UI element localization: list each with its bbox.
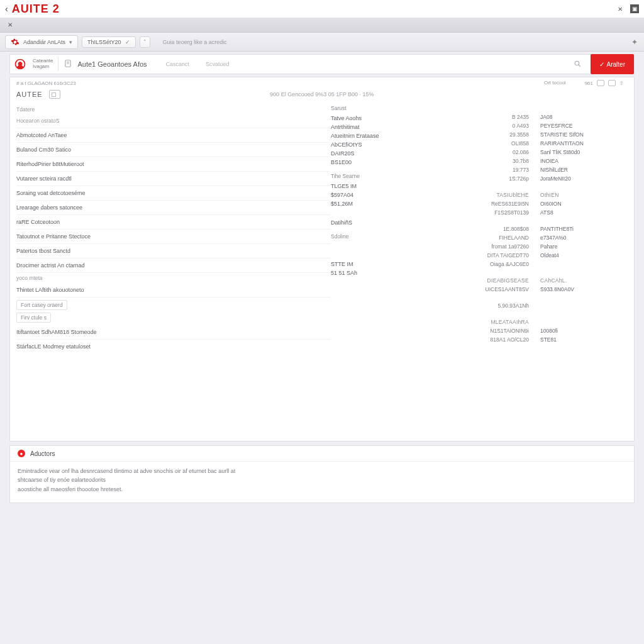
app-brand: AUITE 2 xyxy=(12,3,60,16)
window-titlebar: ‹ AUITE 2 ✕ ▣ xyxy=(0,0,644,18)
notice-title: Aductors xyxy=(30,450,55,457)
summary-value: AbCEfiOtYS xyxy=(331,140,482,149)
metric-key: FIHELAAND xyxy=(482,235,529,241)
field-row[interactable]: Abmotcoted AnTaee xyxy=(16,128,331,143)
header-tab-2[interactable]: Scvatoed xyxy=(206,61,230,67)
summary-column: Sarust Tatve Aoohs Antrthitimat Atueitni… xyxy=(331,105,482,353)
field-row[interactable]: RiterhodPirier b8tMutieroot xyxy=(16,157,331,172)
metric-val: INOIEA xyxy=(540,158,628,164)
metric-key: 818A1 AO/CL20 xyxy=(482,336,529,343)
app-logo[interactable] xyxy=(13,57,28,72)
metric-val: Oldeat4 xyxy=(540,252,628,258)
primary-action-button[interactable]: ✓ Aralter xyxy=(591,54,634,74)
metric-key: 1E.808$08 xyxy=(482,226,529,232)
summary-header: Sdoline xyxy=(331,233,482,242)
metric-val: RARIRANTITAON xyxy=(540,140,628,147)
metric-val: NIShilLdER xyxy=(540,167,628,173)
content-panel: # a t GLAGAON 616r3C23 Ort tocool 961 ⇪ … xyxy=(9,77,635,441)
metrics-column: B 2435JA08 0 A493PEYESFRCE 29.3558STARIS… xyxy=(482,105,628,353)
summary-value: Antrthitimat xyxy=(331,123,482,131)
tab-strip: ✕ xyxy=(0,18,644,33)
summary-value: 51 51 SAh xyxy=(331,269,482,277)
breadcrumb-chip-1-label: Adandiár AnLAts xyxy=(23,39,65,45)
metric-key: 0 A493 xyxy=(482,123,529,129)
star-icon[interactable]: ✦ xyxy=(631,38,638,47)
field-row[interactable]: Lrearage dabers satoncee xyxy=(16,201,331,215)
field-row[interactable]: Vutareer scteira racdtl xyxy=(16,172,331,186)
primary-action-label: Aralter xyxy=(607,61,625,68)
metric-val: PEYESFRCE xyxy=(540,123,628,129)
metric-key: 5.90.93A1Nh xyxy=(482,303,529,309)
breadcrumb-chip-2-label: ThILSSétY20 xyxy=(87,39,121,45)
panel-meta-right-2-label: 961 xyxy=(585,80,593,86)
metric-val: S933.8N0A0V xyxy=(540,286,628,292)
field-row[interactable]: Drocimer actrist An ctarnad xyxy=(16,258,331,273)
metric-key: F1S2S8T0139 xyxy=(482,209,529,216)
summary-value: $597A04 xyxy=(331,191,482,199)
metric-key: 30.7b8 xyxy=(482,158,529,164)
detail-icon[interactable] xyxy=(49,90,60,99)
breadcrumb-ribbon: Adandiár AnLAts ▾ ThILSSétY20 ✓ ˄ Guia t… xyxy=(0,33,644,52)
field-row[interactable]: StárfacLE Modmey etatuloset xyxy=(16,340,331,353)
field-row[interactable]: Patertos tbost Sanctd xyxy=(16,244,331,258)
metric-val: STE81 xyxy=(540,336,628,343)
metric-val: ATS8 xyxy=(540,209,628,216)
field-row[interactable]: Bulanod Cm30 Satico xyxy=(16,143,331,157)
settings-icon xyxy=(11,38,19,47)
metric-key: N1S1TAIONIN9i xyxy=(482,328,529,334)
metric-key: TASIUblEHE xyxy=(482,192,529,198)
summary-value: BS1E00 xyxy=(331,158,482,167)
chevron-down-icon: ▾ xyxy=(69,39,72,45)
metric-key: fromat 1a97260 xyxy=(482,243,529,250)
metric-val: e7347A%0 xyxy=(540,235,628,241)
panel-meta-right-1: Ort tocool xyxy=(544,80,566,86)
metric-key: DITA TAIGEDT70 xyxy=(482,252,529,258)
svg-point-2 xyxy=(575,61,579,65)
breadcrumb-chip-2[interactable]: ThILSSétY20 ✓ xyxy=(82,36,136,48)
breadcrumb-chip-up[interactable]: ˄ xyxy=(140,36,150,48)
breadcrumb-chip-1[interactable]: Adandiár AnLAts ▾ xyxy=(5,35,78,49)
metric-val: STARISTIE SIfON xyxy=(540,131,628,138)
page-title: Aute1 Geoantoes Afos xyxy=(77,60,147,68)
filter-pill[interactable]: Firv ctule s xyxy=(16,313,51,323)
notice-line: shtcaarse of tiy enóe ealarteodorits xyxy=(18,475,626,484)
metric-key: ReES631E9I5N xyxy=(482,201,529,207)
metric-val: JA08 xyxy=(540,114,628,120)
summary-value: Tatve Aoohs xyxy=(331,114,482,123)
notice-panel: ● Aductors Emintradice vear onf lha desn… xyxy=(9,445,635,503)
summary-header: Tihe Searne xyxy=(331,173,482,182)
metric-val: OthIEN xyxy=(540,192,628,198)
field-row[interactable]: Itiftantoet SdhAM818 Stomeode xyxy=(16,325,331,340)
metric-val xyxy=(540,261,628,267)
app-header: Cateante Ivagam Aute1 Geoantoes Afos Cas… xyxy=(9,54,635,74)
alert-icon: ● xyxy=(18,450,25,457)
close-icon[interactable]: ✕ xyxy=(616,5,624,13)
org-block: Cateante Ivagam xyxy=(33,58,53,70)
field-row[interactable]: Thintet LAftith akouotoneto xyxy=(16,283,331,297)
field-row[interactable]: Hocearon osratoS xyxy=(16,114,331,128)
back-icon[interactable]: ‹ xyxy=(5,4,8,14)
header-tab-1[interactable]: Cascanct xyxy=(166,61,190,67)
metric-val xyxy=(540,319,628,325)
field-row-sub: yoco mteta xyxy=(16,273,331,283)
panel-meta-left: # a t GLAGAON 616r3C23 xyxy=(16,80,322,86)
layout-icon[interactable] xyxy=(597,80,604,86)
metric-key: 29.3558 xyxy=(482,131,529,138)
metric-val: Pahare xyxy=(540,243,628,250)
metric-val: 10080fi xyxy=(540,328,628,334)
filter-pill[interactable]: Fort casey oraerd xyxy=(16,300,67,310)
check-icon: ✓ xyxy=(599,61,604,68)
field-row[interactable]: Tatoutnot e Pritanne Stectoce xyxy=(16,230,331,244)
search-icon[interactable] xyxy=(574,60,582,69)
metric-val: PANTITHE8Ti xyxy=(540,226,628,232)
vertical-divider xyxy=(58,57,58,71)
breadcrumb-helper-text: Guia teoerg like a acredic xyxy=(163,39,227,45)
field-row[interactable]: raRE Cotceotoon xyxy=(16,215,331,230)
share-icon[interactable]: ⇪ xyxy=(619,80,624,86)
page-icon[interactable] xyxy=(64,59,72,69)
layout-icon-2[interactable] xyxy=(608,80,616,86)
tab-close-icon[interactable]: ✕ xyxy=(3,21,18,28)
field-row[interactable]: Soraing voat detcotoeséme xyxy=(16,186,331,201)
maximize-icon[interactable]: ▣ xyxy=(630,4,639,13)
metric-key: MLEATAAIhRA xyxy=(482,319,529,325)
